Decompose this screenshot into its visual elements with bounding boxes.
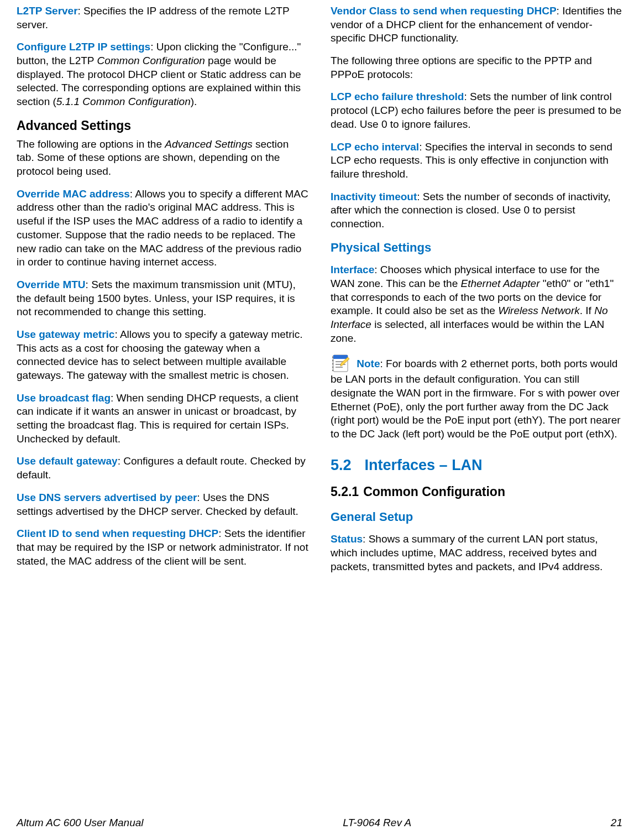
section-title: Common Configuration — [363, 484, 505, 499]
term-status: Status — [331, 533, 363, 545]
text: : For boards with 2 ethernet ports, both… — [331, 358, 621, 440]
paragraph-default-gateway: Use default gateway: Configures a defaul… — [17, 455, 308, 482]
term-override-mtu: Override MTU — [17, 279, 86, 290]
term-inactivity: Inactivity timeout — [331, 191, 417, 202]
text: . If — [580, 305, 594, 316]
paragraph-inactivity: Inactivity timeout: Sets the number of s… — [331, 190, 622, 231]
paragraph-lcp-failure: LCP echo failure threshold: Sets the num… — [331, 90, 622, 131]
heading-5-2-1: 5.2.1Common Configuration — [331, 484, 622, 500]
text: : Allows you to specify a different MAC … — [17, 188, 308, 268]
svg-point-7 — [332, 370, 333, 371]
term-vendor-class: Vendor Class to send when requesting DHC… — [331, 5, 557, 17]
text: : Shows a summary of the current LAN por… — [331, 533, 603, 572]
svg-point-5 — [332, 363, 333, 364]
text: ). — [191, 96, 197, 107]
paragraph-gateway-metric: Use gateway metric: Allows you to specif… — [17, 328, 308, 383]
paragraph-override-mtu: Override MTU: Sets the maximum transmiss… — [17, 278, 308, 319]
paragraph-l2tp-server: L2TP Server: Specifies the IP address of… — [17, 4, 308, 32]
em: Common Configuration — [97, 55, 205, 66]
em: Ethernet Adapter — [461, 278, 540, 289]
term-gateway-metric: Use gateway metric — [17, 328, 114, 340]
section-title: Interfaces – LAN — [365, 457, 483, 473]
text: The following are options in the — [17, 138, 165, 150]
term-default-gateway: Use default gateway — [17, 455, 118, 467]
term-override-mac: Override MAC address — [17, 188, 130, 200]
term-interface: Interface — [331, 264, 374, 275]
term-note: Note — [357, 358, 380, 369]
paragraph-interface: Interface: Chooses which physical interf… — [331, 263, 622, 345]
right-column: Vendor Class to send when requesting DHC… — [331, 4, 622, 795]
heading-advanced-settings: Advanced Settings — [17, 118, 308, 134]
paragraph-advanced-intro: The following are options in the Advance… — [17, 138, 308, 179]
paragraph-three-options: The following three options are specific… — [331, 54, 622, 81]
paragraph-configure-l2tp: Configure L2TP IP settings: Upon clickin… — [17, 40, 308, 108]
term-lcp-interval: LCP echo interval — [331, 141, 419, 153]
left-column: L2TP Server: Specifies the IP address of… — [17, 4, 308, 795]
term-client-id: Client ID to send when requesting DHCP — [17, 528, 218, 539]
page-footer: Altum AC 600 User Manual LT-9064 Rev A 2… — [17, 816, 622, 830]
paragraph-status: Status: Shows a summary of the current L… — [331, 533, 622, 573]
paragraph-lcp-interval: LCP echo interval: Specifies the interva… — [331, 140, 622, 181]
section-number: 5.2 — [331, 456, 352, 475]
term-l2tp-server: L2TP Server — [17, 5, 78, 17]
svg-point-6 — [332, 367, 333, 368]
heading-physical-settings: Physical Settings — [331, 240, 622, 256]
heading-general-setup: General Setup — [331, 509, 622, 525]
term-configure-l2tp: Configure L2TP IP settings — [17, 41, 150, 53]
term-dns-peer: Use DNS servers advertised by peer — [17, 492, 197, 503]
note-icon — [331, 354, 350, 373]
text: is selected, all interfaces would be wit… — [331, 319, 604, 344]
paragraph-client-id: Client ID to send when requesting DHCP: … — [17, 527, 308, 568]
two-column-layout: L2TP Server: Specifies the IP address of… — [17, 4, 622, 795]
paragraph-broadcast-flag: Use broadcast flag: When sending DHCP re… — [17, 392, 308, 446]
heading-5-2: 5.2Interfaces – LAN — [331, 456, 622, 475]
footer-right: 21 — [611, 816, 622, 830]
em: Wireless Network — [498, 305, 580, 316]
footer-center: LT-9064 Rev A — [343, 816, 411, 830]
svg-point-4 — [332, 360, 333, 361]
svg-rect-1 — [333, 355, 348, 359]
paragraph-override-mac: Override MAC address: Allows you to spec… — [17, 187, 308, 269]
em: Advanced Settings — [165, 138, 252, 150]
section-number: 5.2.1 — [331, 484, 359, 500]
paragraph-dns-peer: Use DNS servers advertised by peer: Uses… — [17, 491, 308, 518]
term-broadcast-flag: Use broadcast flag — [17, 392, 111, 404]
term-lcp-failure: LCP echo failure threshold — [331, 91, 464, 102]
em: 5.1.1 Common Configuration — [56, 96, 191, 107]
footer-left: Altum AC 600 User Manual — [17, 816, 144, 830]
paragraph-note: Note: For boards with 2 ethernet ports, … — [331, 354, 622, 441]
paragraph-vendor-class: Vendor Class to send when requesting DHC… — [331, 4, 622, 45]
svg-point-3 — [332, 357, 333, 358]
